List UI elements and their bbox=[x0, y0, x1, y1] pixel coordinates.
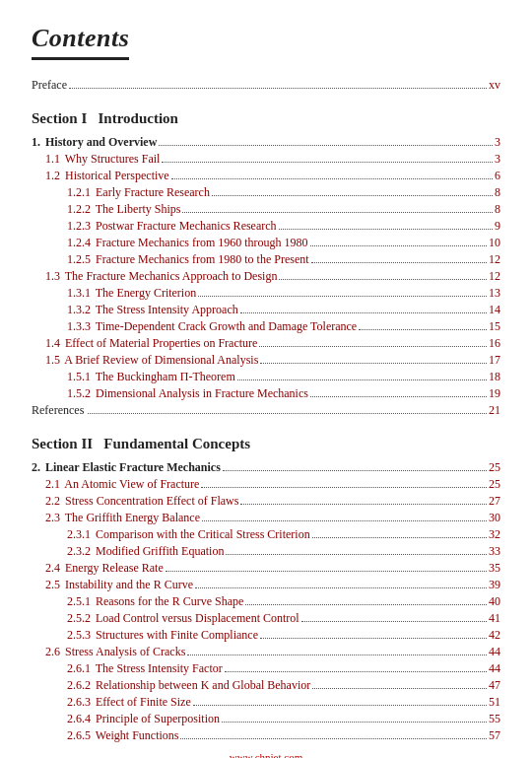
entry-dot-leader bbox=[279, 279, 487, 280]
contents-title: Contents bbox=[32, 24, 129, 52]
chapter-page: 25 bbox=[489, 460, 500, 475]
preface-label: Preface bbox=[32, 78, 67, 93]
entry-dot-leader bbox=[312, 537, 487, 538]
toc-entry-row: 1.2.5 Fracture Mechanics from 1980 to th… bbox=[32, 252, 500, 267]
entry-dot-leader bbox=[182, 212, 493, 213]
entry-title: Effect of Material Properties on Fractur… bbox=[62, 336, 257, 351]
entry-dot-leader bbox=[311, 262, 487, 263]
toc-entry-row: 1.2.2 The Liberty Ships8 bbox=[32, 202, 500, 217]
entry-page: 6 bbox=[495, 169, 500, 183]
entry-num: 2.5.1 bbox=[67, 594, 91, 609]
chapter-num: 2. bbox=[32, 460, 43, 475]
entry-title: Weight Functions bbox=[93, 728, 178, 743]
entry-num: 1.1 bbox=[45, 152, 60, 167]
entry-page: 41 bbox=[489, 611, 500, 626]
toc-entry-row: 1.2.4 Fracture Mechanics from 1960 throu… bbox=[32, 236, 500, 250]
entry-num: 1.2.3 bbox=[67, 219, 91, 234]
entry-num: 1.3.1 bbox=[67, 286, 91, 301]
entry-page: 32 bbox=[489, 527, 500, 542]
entry-dot-leader bbox=[312, 688, 487, 689]
entry-dot-leader bbox=[260, 363, 487, 364]
entry-num: 2.5.3 bbox=[67, 628, 91, 643]
entry-dot-leader bbox=[226, 554, 487, 555]
toc-entry-row: 2.5 Instability and the R Curve39 bbox=[32, 578, 500, 592]
entry-num: 1.2 bbox=[45, 169, 60, 183]
entry-page: 8 bbox=[495, 202, 500, 217]
entry-title: Principle of Superposition bbox=[93, 712, 220, 726]
section-heading-section-II: Section II Fundamental Concepts bbox=[32, 436, 500, 452]
preface-row: Preface xv bbox=[32, 78, 500, 93]
toc-entry-row: 2.6 Stress Analysis of Cracks44 bbox=[32, 645, 500, 659]
entry-page: 27 bbox=[489, 494, 500, 509]
toc-entry-row: References21 bbox=[32, 403, 500, 418]
entry-title: The Fracture Mechanics Approach to Desig… bbox=[62, 269, 277, 284]
entry-title: The Griffith Energy Balance bbox=[62, 511, 200, 525]
entry-title: Load Control versus Displacement Control bbox=[93, 611, 299, 626]
entry-title: Fracture Mechanics from 1980 to the Pres… bbox=[93, 252, 309, 267]
entry-title: Early Fracture Research bbox=[93, 185, 210, 200]
toc-entry-row: 1.5.1 The Buckingham Π-Theorem18 bbox=[32, 370, 500, 384]
entry-title: Stress Concentration Effect of Flaws bbox=[62, 494, 238, 509]
entry-title: Stress Analysis of Cracks bbox=[62, 645, 185, 659]
entry-num: 2.3.1 bbox=[67, 527, 91, 542]
entry-page: 15 bbox=[489, 319, 500, 334]
entry-num: 1.5.2 bbox=[67, 386, 91, 401]
toc-entry-row: 1.2 Historical Perspective6 bbox=[32, 169, 500, 183]
entry-dot-leader bbox=[195, 587, 487, 588]
entry-dot-leader bbox=[260, 638, 487, 639]
entry-page: 55 bbox=[489, 712, 500, 726]
entry-title: Fracture Mechanics from 1960 through 198… bbox=[93, 236, 308, 250]
entry-title: Why Structures Fail bbox=[62, 152, 160, 167]
toc-entry-row: 1.3.2 The Stress Intensity Approach14 bbox=[32, 303, 500, 317]
entry-num: 2.6.2 bbox=[67, 678, 91, 693]
entry-num: 1.5 bbox=[45, 353, 60, 368]
entry-dot-leader bbox=[240, 312, 487, 313]
toc-entry-row: 2.6.1 The Stress Intensity Factor44 bbox=[32, 661, 500, 676]
entry-dot-leader bbox=[162, 162, 493, 163]
entry-num: 1.3 bbox=[45, 269, 60, 284]
dot-leader bbox=[159, 145, 493, 146]
toc-entry-row: 2.3.1 Comparison with the Critical Stres… bbox=[32, 527, 500, 542]
entry-num: 2.4 bbox=[45, 561, 60, 576]
toc-body: Section I Introduction1. History and Ove… bbox=[32, 110, 500, 743]
entry-num: 1.2.4 bbox=[67, 236, 91, 250]
entry-dot-leader bbox=[310, 396, 487, 397]
entry-num: 2.1 bbox=[45, 477, 60, 492]
entry-page: 47 bbox=[489, 678, 500, 693]
entry-page: 51 bbox=[489, 695, 500, 710]
entry-page: 13 bbox=[489, 286, 500, 301]
entry-num: 2.6.5 bbox=[67, 728, 91, 743]
entry-page: 17 bbox=[489, 353, 500, 368]
entry-dot-leader bbox=[171, 178, 493, 179]
entry-title: Relationship between K and Global Behavi… bbox=[93, 678, 310, 693]
entry-page: 9 bbox=[495, 219, 500, 234]
entry-num: 2.6.4 bbox=[67, 712, 91, 726]
toc-entry-row: 2.2 Stress Concentration Effect of Flaws… bbox=[32, 494, 500, 509]
entry-page: 14 bbox=[489, 303, 500, 317]
entry-dot-leader bbox=[222, 722, 487, 723]
entry-title: The Energy Criterion bbox=[93, 286, 196, 301]
toc-entry-row: 2.5.3 Structures with Finite Compliance4… bbox=[32, 628, 500, 643]
entry-num: 1.3.3 bbox=[67, 319, 91, 334]
entry-title: Postwar Fracture Mechanics Research bbox=[93, 219, 277, 234]
toc-entry-row: 1.2.3 Postwar Fracture Mechanics Researc… bbox=[32, 219, 500, 234]
entry-title: Instability and the R Curve bbox=[62, 578, 193, 592]
toc-entry-row: 2.5.2 Load Control versus Displacement C… bbox=[32, 611, 500, 626]
entry-dot-leader bbox=[225, 671, 487, 672]
toc-entry-row: 2.4 Energy Release Rate35 bbox=[32, 561, 500, 576]
toc-entry-row: 2.3.2 Modified Griffith Equation33 bbox=[32, 544, 500, 559]
toc-entry-row: 2.6.5 Weight Functions57 bbox=[32, 728, 500, 743]
entry-num: 2.5.2 bbox=[67, 611, 91, 626]
entry-dot-leader bbox=[180, 738, 487, 739]
entry-title: A Brief Review of Dimensional Analysis bbox=[62, 353, 258, 368]
entry-title: The Stress Intensity Factor bbox=[93, 661, 223, 676]
entry-dot-leader bbox=[202, 520, 487, 521]
entry-dot-leader bbox=[245, 604, 487, 605]
entry-title: The Stress Intensity Approach bbox=[93, 303, 238, 317]
toc-entry-row: 1.4 Effect of Material Properties on Fra… bbox=[32, 336, 500, 351]
entry-num: 1.2.2 bbox=[67, 202, 91, 217]
entry-num: 2.6.1 bbox=[67, 661, 91, 676]
entry-num: 1.4 bbox=[45, 336, 60, 351]
entry-title: Modified Griffith Equation bbox=[93, 544, 224, 559]
entry-dot-leader bbox=[359, 329, 487, 330]
